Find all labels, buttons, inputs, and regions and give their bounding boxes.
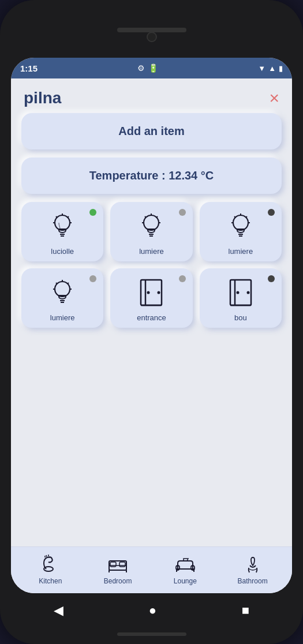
item-label-lumiere-3: lumiere (50, 313, 75, 322)
nav-label-kitchen: Kitchen (39, 577, 62, 585)
app-title: pilna (24, 89, 61, 107)
add-item-button[interactable]: Add an item (21, 113, 282, 149)
grid-item-entrance[interactable]: entrance (110, 268, 192, 328)
app-content: pilna × Add an item Temperature : 12.34 … (11, 78, 292, 593)
svg-point-36 (158, 291, 160, 294)
nav-label-bedroom: Bedroom (104, 577, 132, 585)
nav-label-bathroom: Bathroom (238, 577, 268, 585)
device-grid: luciolle (21, 202, 282, 328)
grid-item-lumiere-1[interactable]: lumiere (110, 202, 192, 261)
close-button[interactable]: × (269, 89, 279, 107)
status-icons-left: ⚙ 🔋 (137, 63, 158, 73)
phone-screen: 1:15 ⚙ 🔋 ▼ ▲ ▮ pilna × Add an item Tempe… (11, 58, 292, 593)
bulb-icon (226, 210, 256, 242)
battery-level-icon: ▮ (279, 64, 283, 73)
status-dot-gray-2 (89, 275, 96, 282)
grid-item-lumiere-3[interactable]: lumiere (21, 268, 103, 328)
status-dot-gray (179, 209, 186, 216)
item-label-entrance: entrance (137, 313, 166, 322)
grid-item-bou[interactable]: bou (200, 268, 282, 328)
nav-label-lounge: Lounge (174, 577, 197, 585)
door-icon-2 (226, 276, 256, 309)
nav-item-bathroom[interactable]: Bathroom (219, 553, 286, 585)
bulb-icon (136, 210, 166, 242)
svg-rect-45 (110, 562, 116, 567)
main-area: Add an item Temperature : 12.34 °C (11, 113, 292, 546)
bedroom-icon (107, 553, 129, 575)
status-dot-green (89, 209, 96, 216)
grid-item-lumiere-2[interactable]: lumiere (200, 202, 282, 261)
speaker-bottom (117, 632, 186, 636)
bathroom-icon (242, 553, 264, 575)
grid-item-luciolle[interactable]: luciolle (21, 202, 103, 261)
bulb-icon (47, 210, 77, 242)
svg-point-41 (246, 291, 249, 294)
nav-item-lounge[interactable]: Lounge (152, 553, 219, 585)
status-icons-right: ▼ ▲ ▮ (258, 64, 283, 73)
item-label-lumiere-1: lumiere (139, 247, 164, 256)
wifi-icon: ▼ (258, 64, 265, 73)
svg-rect-44 (109, 566, 126, 570)
svg-point-42 (44, 567, 53, 571)
item-label-bou: bou (234, 313, 247, 322)
phone-device: 1:15 ⚙ 🔋 ▼ ▲ ▮ pilna × Add an item Tempe… (0, 0, 303, 644)
recents-button[interactable]: ■ (242, 603, 249, 618)
temperature-display: Temperature : 12.34 °C (21, 158, 282, 194)
app-header: pilna × (11, 78, 292, 113)
status-time: 1:15 (20, 63, 38, 73)
status-dot-dark (268, 209, 275, 216)
front-camera (147, 32, 157, 42)
svg-line-14 (145, 216, 146, 218)
door-icon (136, 276, 166, 309)
item-label-luciolle: luciolle (51, 247, 74, 256)
nav-item-bedroom[interactable]: Bedroom (84, 553, 152, 585)
kitchen-icon (39, 553, 61, 575)
battery-icon: 🔋 (148, 63, 158, 73)
bulb-icon (47, 276, 77, 309)
back-button[interactable]: ◀ (54, 603, 63, 618)
item-label-lumiere-2: lumiere (229, 247, 253, 256)
lounge-icon (174, 553, 196, 575)
svg-line-15 (156, 216, 158, 218)
signal-icon: ▲ (268, 64, 276, 73)
svg-rect-46 (119, 562, 125, 567)
svg-line-7 (68, 216, 69, 218)
svg-line-31 (68, 283, 69, 284)
nav-item-kitchen[interactable]: Kitchen (17, 553, 84, 585)
svg-line-6 (56, 216, 57, 218)
svg-point-40 (236, 291, 239, 294)
svg-point-35 (147, 291, 150, 294)
home-button[interactable]: ● (149, 603, 156, 618)
gear-icon: ⚙ (137, 63, 145, 73)
svg-line-22 (234, 216, 235, 218)
status-bar: 1:15 ⚙ 🔋 ▼ ▲ ▮ (11, 58, 292, 78)
svg-line-30 (56, 283, 57, 284)
bottom-nav: Kitchen Bedroom (11, 546, 292, 593)
phone-nav-bar: ◀ ● ■ (11, 593, 292, 628)
status-dot-dark-2 (268, 275, 275, 282)
status-dot-gray-3 (179, 275, 186, 282)
svg-line-23 (246, 216, 247, 218)
